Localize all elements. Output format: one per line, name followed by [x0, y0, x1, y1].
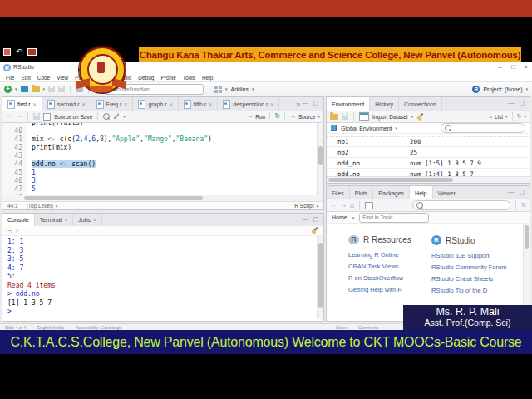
- tab-environment[interactable]: Environment: [327, 97, 370, 111]
- new-project-icon[interactable]: [21, 86, 28, 92]
- save-icon[interactable]: [3, 48, 11, 56]
- editor-vscrollbar[interactable]: [317, 123, 323, 197]
- tab-console[interactable]: Console: [2, 214, 35, 227]
- list-view-button[interactable]: List: [495, 114, 503, 120]
- environment-scope-selector[interactable]: Global Environment: [341, 126, 392, 131]
- new-file-caret-icon[interactable]: ▾: [15, 86, 17, 91]
- menu-file[interactable]: File: [2, 75, 17, 81]
- help-link[interactable]: RStudio Tip of the D: [431, 288, 516, 295]
- help-back-icon[interactable]: ←: [330, 202, 337, 209]
- tab-second-r[interactable]: second.r×: [42, 97, 91, 111]
- help-link[interactable]: CRAN Task Views: [348, 264, 427, 271]
- tab-fifth-r[interactable]: fifth.r×: [179, 97, 219, 111]
- tab-first-r[interactable]: first.r×: [2, 97, 42, 111]
- menu-code[interactable]: Code: [34, 75, 54, 81]
- console-output[interactable]: 1: 12: 33: 54: 75: Read 4 items> odd.no[…: [2, 236, 318, 319]
- help-pane-controls[interactable]: — ▢: [508, 189, 526, 195]
- tab-history[interactable]: History: [370, 97, 399, 111]
- undo-icon[interactable]: ↶: [16, 49, 22, 55]
- save-workspace-icon[interactable]: [342, 113, 348, 120]
- project-menu-button[interactable]: Project: (None): [483, 86, 522, 92]
- console-vscrollbar[interactable]: [317, 236, 323, 319]
- edit-icon[interactable]: [27, 48, 37, 56]
- environment-row[interactable]: odd_nonum [1:5] 1 3 5 7 9: [327, 158, 530, 169]
- find-icon[interactable]: [103, 113, 110, 120]
- import-dataset-button[interactable]: Import Dataset: [372, 114, 408, 120]
- environment-pane-controls[interactable]: — ▢: [508, 100, 526, 106]
- help-link[interactable]: RStudio Cheat Sheets: [431, 276, 516, 283]
- help-search[interactable]: [412, 200, 510, 210]
- tab-help[interactable]: Help: [410, 186, 432, 200]
- console-pane-controls[interactable]: — ▢: [302, 216, 320, 223]
- tab-jobs[interactable]: Jobs×: [73, 214, 102, 226]
- tab-desperssion-r[interactable]: desperssion.r×: [218, 97, 279, 111]
- tab-terminal[interactable]: Terminal×: [35, 214, 74, 226]
- help-link[interactable]: RStudio IDE Support: [431, 253, 516, 260]
- menu-profile[interactable]: Profile: [157, 75, 179, 81]
- source-on-save-checkbox[interactable]: [43, 113, 51, 121]
- new-file-icon[interactable]: +: [4, 86, 12, 93]
- save-all-icon[interactable]: [58, 86, 65, 92]
- refresh-icon[interactable]: ↻: [517, 113, 522, 120]
- tab-graph-r[interactable]: graph.r×: [133, 97, 178, 111]
- close-tab-icon[interactable]: ×: [170, 101, 173, 107]
- tab-viewer[interactable]: Viewer: [433, 186, 461, 200]
- close-tab-icon[interactable]: ×: [33, 101, 37, 107]
- close-icon[interactable]: ×: [524, 63, 528, 71]
- menu-help[interactable]: Help: [199, 75, 216, 81]
- help-refresh-icon[interactable]: ↻: [521, 202, 526, 209]
- tab-files[interactable]: Files: [327, 186, 350, 200]
- menu-view[interactable]: View: [53, 75, 71, 81]
- menu-tools[interactable]: Tools: [180, 75, 199, 81]
- clear-environment-icon[interactable]: [416, 113, 424, 121]
- open-in-new-window-icon[interactable]: [365, 202, 373, 209]
- help-link[interactable]: R on StackOverflow: [348, 275, 427, 283]
- minimize-icon[interactable]: –: [499, 63, 502, 71]
- goto-directory-icon[interactable]: ↗: [15, 228, 19, 234]
- help-forward-icon[interactable]: →: [340, 202, 347, 209]
- code-tools-icon[interactable]: [113, 113, 120, 120]
- environment-search-input[interactable]: [454, 126, 512, 131]
- filetype-selector[interactable]: R Script: [294, 203, 313, 209]
- close-tab-icon[interactable]: ×: [209, 101, 212, 107]
- source-button[interactable]: Source: [298, 114, 316, 120]
- addins-grid-icon[interactable]: [214, 86, 222, 93]
- help-search-input[interactable]: [426, 203, 499, 209]
- import-dataset-icon[interactable]: [359, 112, 369, 121]
- code-editor[interactable]: print(fruits)4041mix <- c(c(2,4,6,8),"Ap…: [2, 123, 323, 197]
- close-tab-icon[interactable]: ×: [93, 217, 96, 223]
- close-tab-icon[interactable]: ×: [124, 101, 127, 107]
- tab-packages[interactable]: Packages: [373, 186, 410, 200]
- close-tab-icon[interactable]: ×: [82, 101, 86, 107]
- home-icon[interactable]: ⌂: [350, 202, 354, 209]
- close-tab-icon[interactable]: ×: [64, 217, 67, 223]
- help-link[interactable]: RStudio Community Forum: [431, 264, 516, 272]
- clear-console-icon[interactable]: [311, 227, 318, 234]
- tab-overflow-icon[interactable]: »: [297, 101, 300, 108]
- source-pane-controls[interactable]: — ▢: [302, 100, 320, 106]
- close-tab-icon[interactable]: ×: [270, 101, 273, 107]
- run-icon[interactable]: →: [246, 113, 253, 120]
- environment-search[interactable]: [441, 123, 525, 133]
- editor-hscrollbar[interactable]: [2, 195, 323, 201]
- menu-debug[interactable]: Debug: [135, 75, 157, 81]
- load-workspace-icon[interactable]: [330, 114, 338, 120]
- back-icon[interactable]: ←: [6, 113, 12, 120]
- open-caret-icon[interactable]: ▾: [43, 86, 46, 91]
- menu-edit[interactable]: Edit: [17, 75, 33, 81]
- language-indicator[interactable]: English (India): [37, 325, 64, 330]
- environment-row[interactable]: no1200: [327, 136, 530, 147]
- environment-hscrollbar[interactable]: [327, 176, 530, 183]
- help-home-selector[interactable]: Home: [332, 214, 347, 220]
- maximize-icon[interactable]: □: [511, 63, 515, 71]
- tab-plots[interactable]: Plots: [350, 186, 374, 200]
- tab-freq-r[interactable]: Freq.r×: [91, 97, 134, 111]
- help-link[interactable]: Learning R Online: [348, 252, 427, 259]
- help-link[interactable]: Getting Help with R: [348, 287, 427, 294]
- forward-icon[interactable]: →: [16, 113, 22, 120]
- save-file-icon[interactable]: [48, 86, 55, 92]
- source-save-icon[interactable]: [33, 113, 40, 120]
- environment-row[interactable]: no225: [327, 147, 530, 158]
- source-icon[interactable]: →: [289, 113, 296, 120]
- accessibility-indicator[interactable]: Accessibility: Good to go: [76, 325, 121, 330]
